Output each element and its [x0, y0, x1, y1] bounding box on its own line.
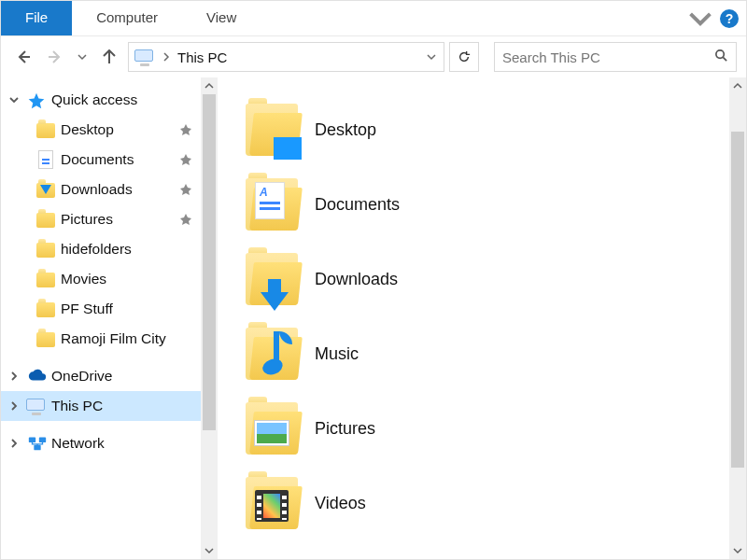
up-button[interactable] — [96, 44, 122, 70]
folder-icon — [246, 104, 298, 156]
folder-tile-pictures[interactable]: Pictures — [246, 391, 722, 466]
tree-item-pf-stuff[interactable]: PF Stuff — [1, 294, 201, 324]
folder-icon — [35, 328, 57, 350]
tab-view[interactable]: View — [182, 1, 261, 35]
tree-item-movies[interactable]: Movies — [1, 264, 201, 294]
tab-file[interactable]: File — [1, 1, 72, 35]
folder-label: Downloads — [315, 270, 398, 289]
content-scrollbar[interactable] — [729, 77, 746, 559]
folder-icon — [246, 178, 298, 231]
tree-item-ramoji[interactable]: Ramoji Film City — [1, 324, 201, 354]
expand-icon[interactable] — [7, 371, 21, 381]
tree-label: Movies — [61, 271, 106, 287]
expand-icon[interactable] — [7, 95, 21, 105]
folder-icon — [246, 477, 298, 529]
scroll-thumb[interactable] — [731, 132, 744, 468]
search-input[interactable] — [502, 49, 707, 65]
folder-tile-documents[interactable]: Documents — [246, 167, 722, 242]
tree-label: Network — [51, 435, 105, 452]
folder-label: Desktop — [315, 120, 376, 140]
tree-label: OneDrive — [51, 368, 112, 385]
help-button[interactable]: ? — [712, 1, 746, 35]
svg-rect-2 — [39, 438, 46, 443]
tree-label: This PC — [51, 398, 103, 414]
scroll-up-icon[interactable] — [729, 77, 746, 94]
tree-network[interactable]: Network — [1, 428, 201, 458]
tree-label: PF Stuff — [61, 301, 113, 317]
tree-label: Downloads — [61, 181, 133, 198]
refresh-button[interactable] — [449, 42, 479, 72]
folder-tile-downloads[interactable]: Downloads — [246, 242, 722, 316]
tree-quick-access[interactable]: Quick access — [1, 85, 201, 115]
pin-icon — [178, 214, 193, 225]
downloads-icon — [35, 178, 57, 201]
scroll-up-icon[interactable] — [201, 77, 218, 94]
tree-label: hidefolders — [61, 241, 132, 258]
svg-rect-1 — [29, 438, 35, 443]
folder-label: Videos — [315, 494, 366, 513]
svg-point-0 — [716, 50, 724, 58]
cloud-icon — [25, 365, 48, 387]
tree-item-downloads[interactable]: Downloads — [1, 175, 201, 204]
search-box[interactable] — [494, 42, 737, 72]
scroll-thumb[interactable] — [203, 94, 216, 430]
folder-label: Documents — [315, 195, 400, 215]
network-icon — [25, 432, 48, 455]
folder-label: Music — [315, 344, 359, 364]
thispc-icon — [134, 47, 155, 67]
back-button[interactable] — [10, 44, 36, 70]
tree-label: Documents — [61, 151, 134, 168]
content-area: Desktop Documents Downloads — [218, 77, 729, 559]
expand-icon[interactable] — [7, 401, 21, 411]
ribbon-collapse-icon[interactable] — [688, 1, 712, 35]
history-dropdown[interactable] — [74, 44, 91, 70]
navigation-toolbar: This PC — [1, 36, 746, 77]
navpane-scrollbar[interactable] — [201, 77, 218, 559]
scroll-down-icon[interactable] — [729, 542, 746, 559]
pin-icon — [178, 124, 193, 135]
tree-label: Desktop — [61, 121, 114, 138]
pin-icon — [178, 154, 193, 165]
thispc-icon — [25, 395, 48, 417]
folder-tile-desktop[interactable]: Desktop — [246, 92, 722, 167]
folder-icon — [246, 402, 298, 455]
folder-label: Pictures — [315, 419, 375, 439]
breadcrumb-chevron-icon[interactable] — [161, 52, 172, 62]
tree-item-hidefolders[interactable]: hidefolders — [1, 234, 201, 264]
tree-item-documents[interactable]: Documents — [1, 145, 201, 175]
address-dropdown[interactable] — [423, 52, 440, 62]
forward-button[interactable] — [42, 44, 68, 70]
navigation-pane: Quick access Desktop Documents Downloads… — [1, 77, 218, 559]
expand-icon[interactable] — [7, 439, 21, 448]
folder-icon — [35, 298, 57, 320]
pictures-icon — [35, 208, 57, 231]
tree-thispc[interactable]: This PC — [1, 391, 201, 421]
folder-icon — [35, 268, 57, 290]
tree-item-desktop[interactable]: Desktop — [1, 115, 201, 145]
help-icon: ? — [720, 9, 739, 28]
folder-icon — [246, 253, 298, 305]
scroll-down-icon[interactable] — [201, 542, 218, 559]
folder-icon — [246, 328, 298, 380]
folder-icon — [35, 238, 57, 260]
ribbon: File Computer View ? — [1, 1, 746, 36]
address-bar[interactable]: This PC — [128, 42, 444, 72]
tree-label: Ramoji Film City — [61, 330, 166, 347]
folder-tile-music[interactable]: Music — [246, 316, 722, 391]
tree-label: Pictures — [61, 211, 113, 228]
documents-icon — [35, 148, 57, 171]
pin-icon — [178, 184, 193, 195]
tab-computer[interactable]: Computer — [72, 1, 182, 35]
tree-onedrive[interactable]: OneDrive — [1, 361, 201, 391]
search-icon[interactable] — [714, 49, 728, 65]
tree-item-pictures[interactable]: Pictures — [1, 204, 201, 234]
tree-label: Quick access — [51, 91, 137, 108]
desktop-icon — [35, 119, 57, 141]
star-icon — [25, 89, 48, 111]
folder-tile-videos[interactable]: Videos — [246, 466, 722, 540]
breadcrumb-location[interactable]: This PC — [177, 49, 227, 65]
